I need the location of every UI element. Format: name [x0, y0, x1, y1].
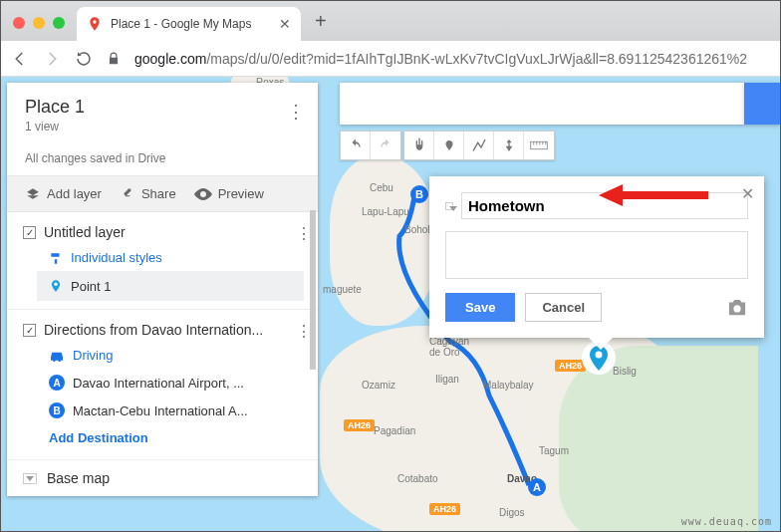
- map-label: Pagadian: [374, 425, 415, 436]
- layer-directions: ✓ Directions from Davao Internation... ⋮…: [7, 310, 318, 460]
- svg-point-0: [93, 20, 96, 23]
- map-label: Tagum: [539, 445, 569, 456]
- svg-text:B: B: [415, 188, 423, 200]
- layer-visibility-checkbox[interactable]: ✓: [23, 226, 36, 239]
- pin-b-icon: B: [49, 402, 65, 418]
- car-icon: [49, 350, 65, 362]
- lock-icon[interactable]: [107, 52, 121, 66]
- layers-icon: [25, 187, 41, 201]
- close-window-button[interactable]: [13, 17, 25, 29]
- place-edit-popup: ✕ Save Cancel: [429, 176, 764, 338]
- layer-visibility-checkbox[interactable]: ✓: [23, 324, 36, 337]
- browser-tab[interactable]: Place 1 - Google My Maps ✕: [77, 7, 301, 41]
- layer-header[interactable]: ✓ Untitled layer: [21, 220, 304, 244]
- forward-icon[interactable]: [43, 50, 61, 68]
- layer-header[interactable]: ✓ Directions from Davao Internation...: [21, 318, 304, 342]
- map-editor-panel: Place 1 1 view All changes saved in Driv…: [7, 83, 318, 496]
- save-status: All changes saved in Drive: [25, 151, 300, 165]
- add-layer-button[interactable]: Add layer: [25, 186, 102, 201]
- search-input[interactable]: [340, 83, 744, 125]
- preview-button[interactable]: Preview: [194, 186, 264, 201]
- svg-point-8: [733, 305, 740, 312]
- paint-roller-icon: [49, 251, 63, 265]
- svg-point-9: [54, 283, 58, 287]
- search-button[interactable]: [744, 83, 780, 125]
- svg-text:A: A: [533, 481, 541, 493]
- maps-favicon-icon: [87, 16, 103, 32]
- route-stop-b[interactable]: B Mactan-Cebu International A...: [21, 397, 304, 424]
- basemap-dropdown-icon[interactable]: [23, 473, 37, 484]
- undo-button[interactable]: [341, 132, 371, 159]
- url-path: /maps/d/u/0/edit?mid=1fAIhTgIJBnK-wLxKv7…: [206, 51, 747, 67]
- panel-actions: Add layer Share Preview: [7, 175, 318, 212]
- line-tool-button[interactable]: [464, 132, 494, 159]
- tab-title: Place 1 - Google My Maps: [111, 17, 251, 31]
- panel-menu-icon[interactable]: ⋮: [287, 101, 304, 123]
- close-popup-icon[interactable]: ✕: [741, 184, 754, 203]
- map-label: Bohol: [404, 224, 430, 235]
- map-label: Malaybalay: [483, 380, 534, 391]
- reload-icon[interactable]: [75, 50, 93, 68]
- pan-tool-button[interactable]: [404, 132, 434, 159]
- marker-tool-button[interactable]: [434, 132, 464, 159]
- panel-scrollbar[interactable]: [310, 210, 316, 370]
- road-badge: AH26: [344, 419, 375, 431]
- share-icon: [120, 187, 135, 201]
- new-tab-button[interactable]: +: [301, 10, 341, 41]
- svg-point-6: [596, 352, 603, 359]
- format-dropdown[interactable]: [445, 202, 453, 210]
- pin-a-icon: A: [49, 375, 65, 391]
- map-label: Cotabato: [397, 473, 438, 484]
- browser-tab-strip: Place 1 - Google My Maps ✕ +: [1, 1, 780, 41]
- url-domain: google.com: [134, 51, 206, 67]
- watermark: www.deuaq.com: [681, 516, 772, 527]
- svg-rect-7: [531, 141, 548, 149]
- address-bar: google.com/maps/d/u/0/edit?mid=1fAIhTgIJ…: [1, 41, 780, 77]
- route-stop-a[interactable]: A Davao International Airport, ...: [21, 369, 304, 397]
- measure-tool-button[interactable]: [524, 132, 554, 159]
- map-label: Lapu-Lapu: [362, 206, 409, 217]
- close-tab-icon[interactable]: ✕: [279, 16, 291, 32]
- place-description-input[interactable]: [445, 231, 748, 279]
- map-views: 1 view: [25, 120, 300, 133]
- road-badge: AH26: [429, 503, 460, 515]
- map-label: maguete: [323, 284, 362, 295]
- route-pin-b-icon[interactable]: B: [409, 184, 429, 204]
- back-icon[interactable]: [11, 50, 29, 68]
- save-button[interactable]: Save: [445, 293, 515, 322]
- map-toolbar: [340, 131, 555, 160]
- layer-untitled: ✓ Untitled layer ⋮ Individual styles Poi…: [7, 212, 318, 310]
- map-label: Cagayan de Oro: [429, 336, 469, 358]
- map-search-bar: [340, 83, 780, 125]
- map-label: Iligan: [435, 374, 459, 385]
- eye-icon: [194, 188, 212, 200]
- url-field[interactable]: google.com/maps/d/u/0/edit?mid=1fAIhTgIJ…: [134, 51, 770, 67]
- map-title[interactable]: Place 1: [25, 97, 300, 118]
- route-pin-a-icon[interactable]: A: [527, 477, 547, 497]
- redo-button[interactable]: [371, 132, 400, 159]
- maximize-window-button[interactable]: [53, 17, 65, 29]
- add-destination-link[interactable]: Add Destination: [21, 424, 304, 451]
- camera-icon[interactable]: [726, 299, 748, 317]
- share-button[interactable]: Share: [120, 186, 176, 201]
- feature-point-1[interactable]: Point 1: [37, 271, 304, 301]
- directions-tool-button[interactable]: [494, 132, 524, 159]
- window-controls: [1, 17, 77, 41]
- map-label: Digos: [499, 507, 525, 518]
- travel-mode-link[interactable]: Driving: [21, 342, 304, 369]
- pin-icon: [49, 277, 63, 295]
- map-label: Ozamiz: [362, 380, 395, 391]
- basemap-row[interactable]: Base map: [7, 460, 318, 496]
- annotation-arrow-icon: [599, 182, 708, 208]
- individual-styles-link[interactable]: Individual styles: [21, 244, 304, 271]
- map-label: Cebu: [370, 182, 393, 193]
- minimize-window-button[interactable]: [33, 17, 45, 29]
- cancel-button[interactable]: Cancel: [525, 293, 602, 322]
- map-canvas[interactable]: Roxas Cebu Lapu-Lapu Bohol maguete Cagay…: [1, 77, 780, 531]
